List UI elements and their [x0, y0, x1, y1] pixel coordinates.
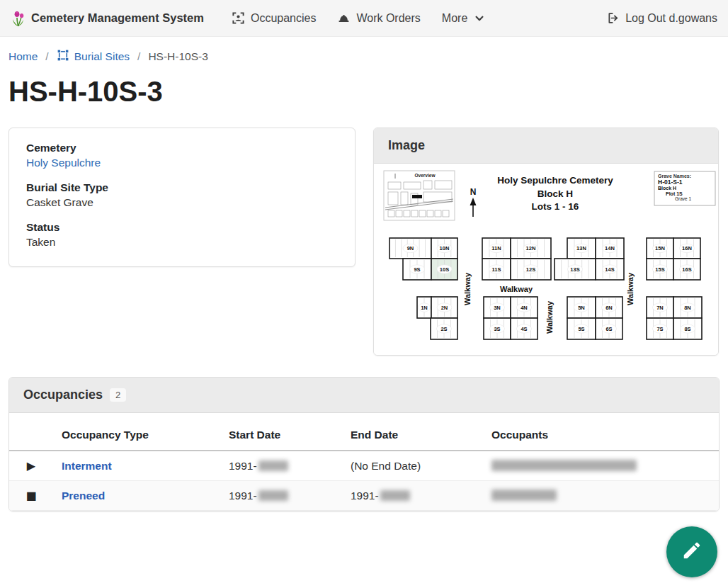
svg-text:Walkway: Walkway	[545, 300, 554, 334]
edit-fab-button[interactable]	[666, 526, 717, 577]
column-header-occupants: Occupants	[483, 419, 719, 451]
nav-occupancies-label: Occupancies	[251, 12, 317, 25]
svg-text:2S: 2S	[440, 326, 447, 332]
occupancy-interment-link[interactable]: Interment	[62, 460, 112, 472]
occupancies-frame-icon	[232, 11, 245, 25]
svg-text:6N: 6N	[605, 305, 613, 311]
svg-text:N: N	[470, 187, 477, 197]
svg-text:5N: 5N	[578, 305, 585, 311]
pencil-icon	[681, 540, 703, 564]
occupancies-header: Occupancies 2	[9, 378, 719, 413]
svg-text:16N: 16N	[682, 245, 692, 251]
svg-text:11S: 11S	[492, 266, 501, 273]
nav-occupancies[interactable]: Occupancies	[232, 11, 317, 25]
svg-text:11N: 11N	[491, 245, 501, 251]
svg-text:5S: 5S	[578, 326, 584, 332]
nav-more[interactable]: More	[442, 12, 484, 25]
nav-work-orders[interactable]: Work Orders	[337, 11, 420, 25]
breadcrumb-separator: /	[45, 50, 48, 63]
hard-hat-icon	[337, 11, 351, 25]
cemetery-link[interactable]: Holy Sepulchre	[26, 157, 101, 169]
svg-text:10S: 10S	[440, 266, 449, 273]
play-icon: ▶	[27, 459, 35, 473]
site-details-card: Cemetery Holy Sepulchre Burial Site Type…	[8, 128, 356, 267]
svg-text:7S: 7S	[656, 326, 663, 332]
status-value: Taken	[26, 236, 338, 249]
breadcrumb-separator: /	[137, 50, 140, 63]
logout-icon	[606, 11, 620, 25]
svg-text:15S: 15S	[655, 266, 664, 273]
occupancies-title: Occupancies	[23, 388, 103, 402]
svg-text:4S: 4S	[521, 326, 527, 332]
svg-text:Walkway: Walkway	[463, 272, 472, 305]
occupancy-preneed-link[interactable]: Preneed	[62, 490, 105, 502]
svg-text:Grave Names:: Grave Names:	[658, 174, 691, 179]
svg-text:14N: 14N	[605, 245, 615, 251]
app-title: Cemetery Management System	[31, 11, 204, 25]
content-row: Cemetery Holy Sepulchre Burial Site Type…	[0, 128, 728, 356]
svg-text:4N: 4N	[521, 305, 528, 311]
occupancies-card: Occupancies 2 Occupancy Type Start Date …	[8, 377, 720, 511]
occupancies-table: Occupancy Type Start Date End Date Occup…	[9, 419, 719, 511]
column-header-start-date: Start Date	[220, 419, 342, 451]
burial-site-type-label: Burial Site Type	[26, 181, 338, 194]
redacted-start-date	[258, 490, 288, 501]
end-date-value: (No End Date)	[351, 460, 421, 472]
breadcrumb-burial-sites-label: Burial Sites	[74, 50, 130, 63]
svg-text:16S: 16S	[682, 266, 691, 273]
breadcrumb-home-link[interactable]: Home	[8, 50, 38, 63]
redacted-end-date	[380, 490, 410, 501]
svg-text:12N: 12N	[526, 245, 536, 251]
redacted-occupants	[491, 490, 557, 501]
redacted-start-date	[258, 460, 288, 471]
start-date-value: 1991-	[229, 490, 257, 502]
svg-text:10N: 10N	[440, 245, 450, 251]
image-card-header: Image	[374, 128, 718, 164]
svg-text:12S: 12S	[526, 266, 535, 273]
svg-text:Lots 1 - 16: Lots 1 - 16	[532, 201, 579, 212]
svg-text:7N: 7N	[656, 305, 664, 311]
logout-button[interactable]: Log Out d.gowans	[606, 11, 717, 25]
svg-text:Walkway: Walkway	[626, 272, 635, 305]
nav-more-label: More	[442, 12, 467, 25]
svg-text:6S: 6S	[605, 326, 612, 332]
breadcrumb-burial-sites-link[interactable]: Burial Sites	[57, 49, 130, 64]
svg-text:1N: 1N	[421, 305, 428, 311]
image-card: Image OverviewNHoly Sepulchre CemeteryBl…	[373, 128, 719, 356]
burial-site-type-value: Casket Grave	[26, 196, 338, 209]
svg-text:Grave 1: Grave 1	[675, 196, 692, 201]
svg-text:13S: 13S	[570, 266, 579, 273]
svg-text:2N: 2N	[441, 305, 448, 311]
site-map-image: OverviewNHoly Sepulchre CemeteryBlock HL…	[374, 164, 718, 355]
column-header-end-date: End Date	[342, 419, 483, 451]
svg-text:9S: 9S	[414, 266, 420, 273]
stop-square-icon: ■	[25, 489, 36, 502]
logout-label: Log Out d.gowans	[625, 12, 717, 25]
tulip-logo-icon	[11, 9, 25, 28]
app-brand[interactable]: Cemetery Management System	[11, 9, 204, 28]
nav-work-orders-label: Work Orders	[356, 12, 420, 25]
svg-text:3N: 3N	[494, 305, 501, 311]
svg-text:Block H: Block H	[538, 188, 573, 199]
status-label: Status	[26, 221, 338, 234]
redacted-occupants	[491, 460, 637, 471]
site-map-svg: OverviewNHoly Sepulchre CemeteryBlock HL…	[374, 164, 719, 355]
svg-text:Overview: Overview	[415, 173, 436, 178]
cemetery-label: Cemetery	[26, 142, 338, 154]
occupancies-count-badge: 2	[110, 388, 126, 402]
svg-text:Holy Sepulchre Cemetery: Holy Sepulchre Cemetery	[497, 175, 613, 186]
svg-text:9N: 9N	[407, 245, 414, 251]
start-date-value: 1991-	[229, 460, 257, 472]
svg-text:3S: 3S	[494, 326, 500, 332]
burial-sites-icon	[57, 49, 69, 64]
svg-text:15N: 15N	[655, 245, 665, 251]
column-header-icon	[9, 419, 53, 451]
table-row[interactable]: ▶ Interment 1991- (No End Date)	[9, 451, 719, 481]
table-row[interactable]: ■ Preneed 1991- 1991-	[9, 481, 719, 511]
end-date-value: 1991-	[351, 490, 379, 502]
svg-text:Block H: Block H	[658, 186, 676, 191]
svg-text:H-01-S-1: H-01-S-1	[658, 179, 683, 186]
breadcrumb-current: HS-H-10S-3	[148, 50, 207, 63]
column-header-occupancy-type: Occupancy Type	[53, 419, 220, 451]
chevron-down-icon	[474, 13, 484, 23]
